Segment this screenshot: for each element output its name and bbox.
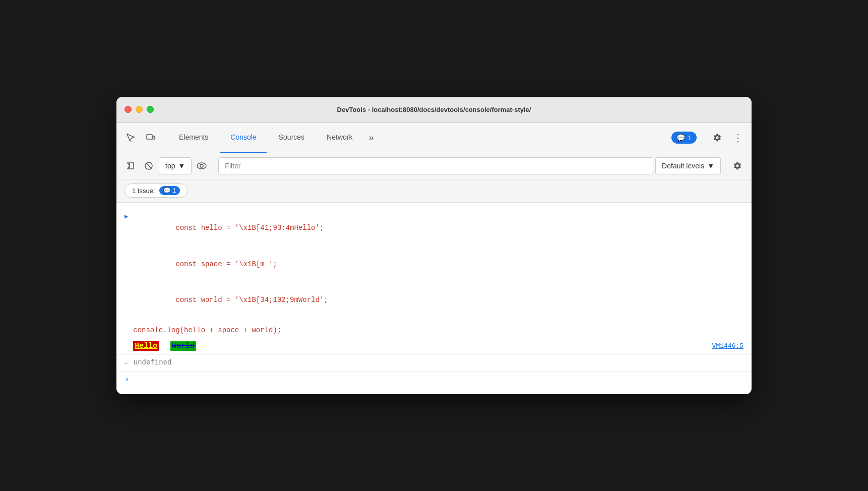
expand-arrow[interactable]: ▶ <box>125 212 128 222</box>
console-content: ▶ const hello = '\x1B[41;93;4mHello'; co… <box>116 203 752 395</box>
issues-pill[interactable]: 1 Issue: 💬 1 <box>125 183 188 198</box>
more-options-button[interactable]: ⋮ <box>729 130 746 146</box>
svg-point-6 <box>197 163 206 169</box>
dropdown-arrow: ▼ <box>178 162 185 170</box>
vm-link[interactable]: VM1446:5 <box>712 341 743 352</box>
output-entry: ▶ Hello World VM1446:5 <box>116 338 752 355</box>
issue-badge-icon: 💬 <box>676 134 685 142</box>
svg-line-5 <box>146 163 152 169</box>
tab-bar-right: 💬 1 ⋮ <box>671 130 746 146</box>
issues-bar: 1 Issue: 💬 1 <box>116 179 752 203</box>
issues-pill-badge: 💬 1 <box>159 186 180 195</box>
close-button[interactable] <box>125 106 132 113</box>
toolbar-divider-2 <box>725 159 725 173</box>
block-icon-button[interactable] <box>141 158 157 174</box>
inspect-element-button[interactable] <box>122 130 139 146</box>
clear-console-button[interactable] <box>122 158 139 174</box>
levels-dropdown-arrow: ▼ <box>707 162 714 170</box>
divider <box>703 131 703 145</box>
code-entry: ▶ const hello = '\x1B[41;93;4mHello'; co… <box>116 209 752 339</box>
tab-network[interactable]: Network <box>317 123 362 153</box>
svg-point-7 <box>200 164 203 167</box>
minimize-button[interactable] <box>136 106 143 113</box>
tab-console[interactable]: Console <box>220 123 266 153</box>
settings-button[interactable] <box>709 130 725 146</box>
traffic-lights <box>125 106 154 113</box>
return-arrow: ← <box>125 358 129 369</box>
hello-output: Hello <box>133 341 159 351</box>
output-text: Hello World <box>133 340 196 352</box>
maximize-button[interactable] <box>147 106 154 113</box>
console-settings-button[interactable] <box>729 158 746 174</box>
tab-sources[interactable]: Sources <box>269 123 315 153</box>
svg-rect-1 <box>153 136 155 139</box>
devtools-window: DevTools - localhost:8080/docs/devtools/… <box>116 97 752 395</box>
toolbar-icons <box>122 130 159 146</box>
eye-button[interactable] <box>194 158 210 174</box>
title-bar: DevTools - localhost:8080/docs/devtools/… <box>116 97 752 123</box>
tab-elements[interactable]: Elements <box>169 123 218 153</box>
prompt-entry[interactable]: › <box>116 372 752 389</box>
toolbar-divider <box>214 159 214 173</box>
svg-rect-0 <box>147 135 152 139</box>
context-dropdown[interactable]: top ▼ <box>159 157 192 174</box>
device-toggle-button[interactable] <box>143 130 159 146</box>
output-line: Hello World VM1446:5 <box>133 340 743 352</box>
svg-marker-2 <box>128 163 134 169</box>
console-prompt-icon: › <box>125 374 130 387</box>
undefined-output: undefined <box>134 357 172 368</box>
console-toolbar: top ▼ Default levels ▼ <box>116 153 752 179</box>
tab-bar: Elements Console Sources Network » 💬 1 <box>116 123 752 153</box>
more-tabs-button[interactable]: » <box>364 123 378 153</box>
world-output: World <box>170 341 196 351</box>
undefined-entry: ← undefined <box>116 355 752 372</box>
issues-badge-icon: 💬 <box>163 187 171 194</box>
issue-badge[interactable]: 💬 1 <box>671 132 697 144</box>
code-block: const hello = '\x1B[41;93;4mHello'; cons… <box>133 211 328 336</box>
window-title: DevTools - localhost:8080/docs/devtools/… <box>337 106 531 113</box>
filter-input[interactable] <box>218 157 653 174</box>
log-levels-dropdown[interactable]: Default levels ▼ <box>655 157 721 174</box>
